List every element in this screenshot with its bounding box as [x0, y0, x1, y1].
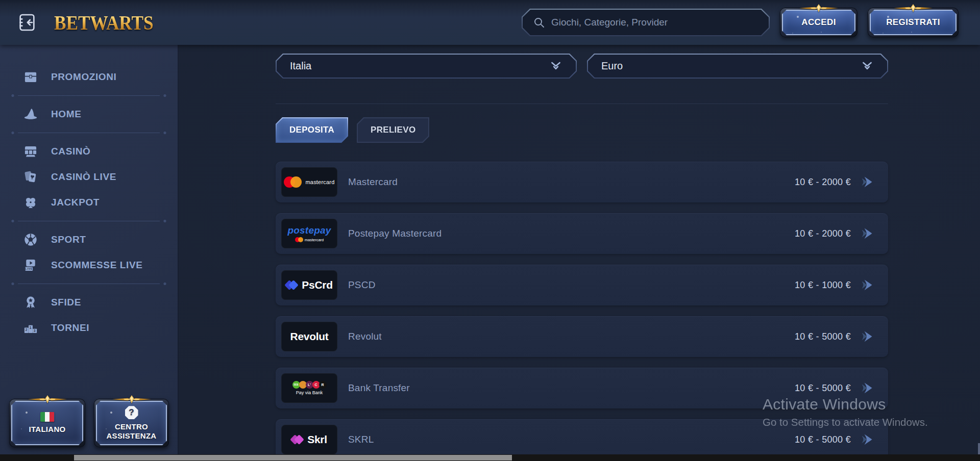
sidebar-divider	[10, 132, 167, 134]
login-button[interactable]: ACCEDI	[780, 8, 857, 37]
italian-flag-icon	[40, 412, 55, 422]
payment-method-name: Revolut	[348, 331, 382, 342]
country-value: Italia	[290, 60, 311, 72]
sidebar-item-sfide[interactable]: SFIDE	[0, 290, 178, 315]
skrl-logo: Skrl	[281, 425, 337, 454]
payment-method-name: PSCD	[348, 279, 376, 291]
svg-text:LIVE: LIVE	[25, 267, 33, 270]
gold-wings-ornament	[25, 395, 70, 403]
payment-row-mastercard[interactable]: mastercard Mastercard 10 € - 2000 €	[276, 162, 888, 202]
payment-row-postepay-mastercard[interactable]: postepaymastercard Postepay Mastercard 1…	[276, 213, 888, 254]
postepay-mark: postepaymastercard	[287, 225, 331, 242]
sidebar-item-sport[interactable]: SPORT	[0, 227, 178, 252]
chevron-right-icon	[860, 176, 874, 188]
sidebar-divider	[10, 94, 167, 97]
chevron-right-icon	[860, 433, 874, 446]
sidebar: PROMOZIONI HOME CASINÒ CASINÒ LIVE JACKP…	[0, 45, 179, 461]
svg-text:1: 1	[30, 325, 32, 330]
payment-method-name: Bank Transfer	[348, 382, 410, 394]
country-select[interactable]: Italia	[276, 54, 577, 79]
payment-row-revolut[interactable]: Revolut Revolut 10 € - 5000 €	[276, 316, 888, 357]
chevron-down-icon	[549, 61, 562, 71]
language-label: ITALIANO	[29, 425, 65, 433]
register-label: REGISTRATI	[886, 17, 940, 28]
currency-value: Euro	[601, 60, 623, 72]
gold-wings-ornament	[891, 4, 936, 12]
search-input[interactable]	[551, 17, 758, 28]
section-divider	[276, 104, 888, 104]
svg-text:2: 2	[26, 328, 28, 331]
main-content: Italia Euro DEPOSITA PRELIEVO m	[179, 45, 980, 461]
live-screen-icon: LIVE	[23, 258, 38, 272]
payment-row-bank-transfer[interactable]: SEBL'CRPay via Bank Bank Transfer 10 € -…	[276, 368, 888, 408]
payment-row-pscd[interactable]: PsCrd PSCD 10 € - 1000 €	[276, 265, 888, 305]
payment-limits: 10 € - 5000 €	[795, 434, 851, 445]
gold-wings-ornament	[109, 395, 154, 403]
tab-deposita[interactable]: DEPOSITA	[276, 117, 348, 143]
register-button[interactable]: REGISTRATI	[868, 8, 959, 37]
chevron-down-icon	[861, 61, 874, 71]
sidebar-item-casino[interactable]: CASINÒ	[0, 139, 178, 164]
search-bar	[522, 9, 770, 36]
payment-methods-list: mastercard Mastercard 10 € - 2000 € post…	[276, 162, 888, 460]
payment-limits: 10 € - 2000 €	[795, 228, 851, 239]
payment-limits: 10 € - 1000 €	[795, 280, 851, 291]
sidebar-item-tornei[interactable]: 123 TORNEI	[0, 315, 178, 341]
wizard-hat-icon	[23, 107, 38, 121]
sidebar-nav: PROMOZIONI HOME CASINÒ CASINÒ LIVE JACKP…	[0, 64, 178, 341]
payment-row-skrl[interactable]: Skrl SKRL 10 € - 5000 €	[276, 419, 888, 460]
bank-transfer-logo: SEBL'CRPay via Bank	[281, 373, 337, 403]
payment-method-name: Postepay Mastercard	[348, 228, 442, 239]
postepay-logo: postepaymastercard	[281, 219, 337, 248]
slot-machine-icon	[23, 144, 38, 159]
payment-limits: 10 € - 5000 €	[795, 383, 851, 394]
sidebar-item-home[interactable]: HOME	[0, 101, 178, 127]
vertical-scrollbar-edge	[978, 443, 980, 454]
skrl-mark: Skrl	[291, 433, 327, 446]
question-mark-icon: ?	[125, 406, 138, 419]
tab-prelievo[interactable]: PRELIEVO	[357, 117, 429, 143]
sidebar-item-jackpot[interactable]: JACKPOT	[0, 190, 178, 215]
medal-icon	[23, 295, 38, 310]
payment-limits: 10 € - 5000 €	[795, 331, 851, 342]
deposit-withdraw-tabs: DEPOSITA PRELIEVO	[276, 117, 980, 143]
revolut-mark: Revolut	[290, 330, 329, 343]
currency-select[interactable]: Euro	[587, 54, 888, 79]
sidebar-divider	[10, 283, 167, 285]
sidebar-toggle-icon[interactable]	[15, 11, 39, 34]
clover-icon	[23, 195, 38, 210]
login-label: ACCEDI	[801, 17, 836, 28]
sidebar-bottom-buttons: ITALIANO ? CENTRO ASSISTENZA	[9, 399, 169, 447]
chevron-right-icon	[860, 227, 874, 240]
pscrd-mark: PsCrd	[286, 279, 332, 291]
gold-wings-ornament	[796, 4, 841, 12]
chevron-right-icon	[860, 382, 874, 394]
search-icon	[533, 16, 545, 29]
chevron-right-icon	[860, 279, 874, 291]
svg-text:3: 3	[34, 329, 36, 332]
help-center-button[interactable]: ? CENTRO ASSISTENZA	[94, 399, 169, 447]
soccer-ball-icon	[23, 233, 38, 247]
language-button[interactable]: ITALIANO	[9, 399, 85, 447]
payment-method-name: Mastercard	[348, 176, 398, 188]
podium-icon: 123	[23, 321, 38, 335]
bank-logos-mark: SEBL'CRPay via Bank	[292, 381, 327, 395]
pscrd-logo: PsCrd	[281, 270, 337, 300]
payment-method-name: SKRL	[348, 434, 374, 445]
help-label: CENTRO ASSISTENZA	[104, 422, 160, 440]
betwarts-logo: BETWARTS	[54, 10, 154, 35]
sidebar-item-scommesse-live[interactable]: LIVE SCOMMESSE LIVE	[0, 252, 178, 278]
playing-cards-icon	[23, 170, 38, 184]
horizontal-scrollbar-thumb[interactable]	[74, 455, 512, 460]
horizontal-scrollbar-track[interactable]	[0, 454, 980, 461]
sidebar-item-promozioni[interactable]: PROMOZIONI	[0, 64, 178, 90]
chevron-right-icon	[860, 330, 874, 343]
sidebar-item-casino-live[interactable]: CASINÒ LIVE	[0, 164, 178, 190]
promotions-chest-icon	[23, 70, 38, 84]
sidebar-divider	[10, 220, 167, 222]
mastercard-mark: mastercard	[284, 176, 334, 188]
mastercard-logo: mastercard	[281, 167, 337, 197]
revolut-logo: Revolut	[281, 322, 337, 351]
filters-row: Italia Euro	[276, 54, 888, 79]
payment-limits: 10 € - 2000 €	[795, 177, 851, 188]
